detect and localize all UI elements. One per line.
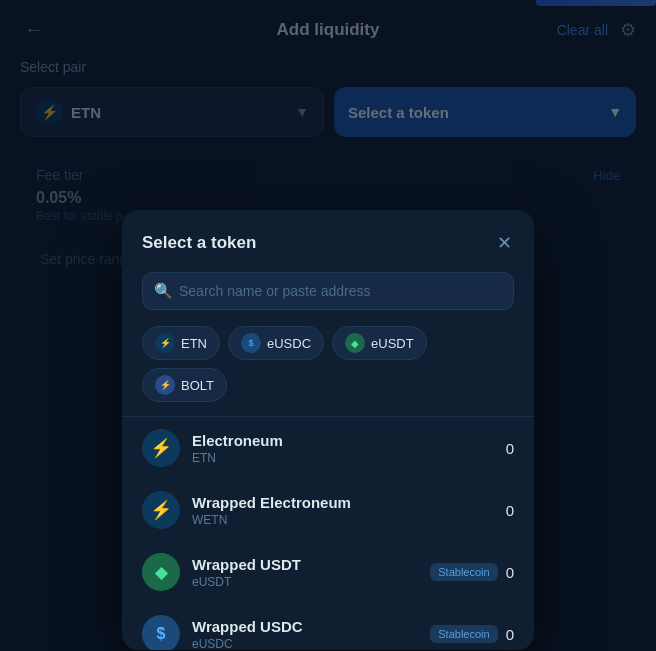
eusdc-symbol: eUSDC: [192, 637, 430, 651]
eusdt-quick-label: eUSDT: [371, 336, 414, 351]
quick-tokens: ⚡ ETN $ eUSDC ◆ eUSDT ⚡ BOLT: [122, 326, 534, 416]
etn-balance: 0: [506, 440, 514, 457]
quick-token-eusdc[interactable]: $ eUSDC: [228, 326, 324, 360]
token-item-wetn[interactable]: ⚡ Wrapped Electroneum WETN 0: [122, 479, 534, 541]
eusdt-symbol: eUSDT: [192, 575, 430, 589]
etn-name: Electroneum: [192, 432, 506, 449]
eusdc-info: Wrapped USDC eUSDC: [192, 618, 430, 651]
wetn-symbol: WETN: [192, 513, 506, 527]
bolt-quick-label: BOLT: [181, 378, 214, 393]
eusdt-info: Wrapped USDT eUSDT: [192, 556, 430, 589]
eusdc-right: Stablecoin 0: [430, 625, 514, 643]
wetn-icon: ⚡: [142, 491, 180, 529]
eusdc-balance: 0: [506, 626, 514, 643]
etn-info: Electroneum ETN: [192, 432, 506, 465]
eusdt-balance: 0: [506, 564, 514, 581]
modal-header: Select a token ✕: [122, 210, 534, 272]
wetn-info: Wrapped Electroneum WETN: [192, 494, 506, 527]
token-list: ⚡ Electroneum ETN 0 ⚡ Wrapped Electroneu…: [122, 416, 534, 650]
eusdt-quick-icon: ◆: [345, 333, 365, 353]
search-input[interactable]: [142, 272, 514, 310]
etn-quick-icon: ⚡: [155, 333, 175, 353]
eusdc-badge: Stablecoin: [430, 625, 497, 643]
quick-token-bolt[interactable]: ⚡ BOLT: [142, 368, 227, 402]
wetn-right: 0: [506, 502, 514, 519]
modal-close-button[interactable]: ✕: [495, 230, 514, 256]
eusdt-right: Stablecoin 0: [430, 563, 514, 581]
close-icon: ✕: [497, 233, 512, 253]
eusdc-quick-label: eUSDC: [267, 336, 311, 351]
eusdt-icon: ◆: [142, 553, 180, 591]
etn-right: 0: [506, 440, 514, 457]
search-container: 🔍: [142, 272, 514, 310]
bolt-quick-icon: ⚡: [155, 375, 175, 395]
eusdc-icon: $: [142, 615, 180, 650]
etn-icon: ⚡: [142, 429, 180, 467]
eusdc-quick-icon: $: [241, 333, 261, 353]
token-item-eusdt[interactable]: ◆ Wrapped USDT eUSDT Stablecoin 0: [122, 541, 534, 603]
etn-symbol: ETN: [192, 451, 506, 465]
quick-token-eusdt[interactable]: ◆ eUSDT: [332, 326, 427, 360]
modal-overlay: Select a token ✕ 🔍 ⚡ ETN $ eUSDC: [0, 0, 656, 651]
search-icon: 🔍: [154, 282, 173, 300]
eusdt-name: Wrapped USDT: [192, 556, 430, 573]
eusdt-badge: Stablecoin: [430, 563, 497, 581]
modal-title: Select a token: [142, 233, 256, 253]
quick-token-etn[interactable]: ⚡ ETN: [142, 326, 220, 360]
wetn-name: Wrapped Electroneum: [192, 494, 506, 511]
token-item-eusdc[interactable]: $ Wrapped USDC eUSDC Stablecoin 0: [122, 603, 534, 650]
etn-quick-label: ETN: [181, 336, 207, 351]
token-item-etn[interactable]: ⚡ Electroneum ETN 0: [122, 417, 534, 479]
wetn-balance: 0: [506, 502, 514, 519]
eusdc-name: Wrapped USDC: [192, 618, 430, 635]
select-token-modal: Select a token ✕ 🔍 ⚡ ETN $ eUSDC: [122, 210, 534, 650]
